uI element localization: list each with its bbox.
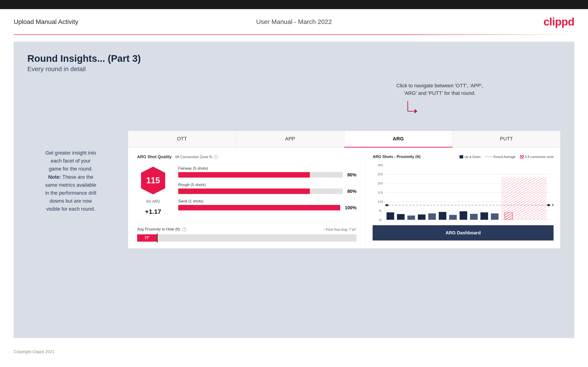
bar-3: [407, 216, 415, 220]
arg-chart-svg: 0 5 10 15 20 25 30: [373, 164, 553, 223]
bar-fairway: Fairway (5 shots) 80%: [178, 166, 356, 178]
manual-label: User Manual - March 2022: [256, 18, 332, 25]
chart-area: 0 5 10 15 20 25 30: [373, 164, 553, 223]
card-body: ARG Shot Quality 6ft Conversion Zone % ?: [128, 148, 560, 249]
score-section: 115 SG ARG +1.17 Fairway (5 shots): [137, 166, 356, 215]
arrow-icon: [406, 99, 424, 117]
bar-9: [470, 214, 478, 220]
proximity-label: Avg Proximity to Hole (ft) ?: [137, 227, 186, 232]
svg-text:8: 8: [552, 203, 553, 207]
arg-dashboard-button[interactable]: ARG Dashboard: [373, 225, 553, 241]
left-info-panel: Get greater insight into each facet of y…: [27, 131, 114, 213]
bar-2: [397, 214, 405, 220]
tab-app[interactable]: APP: [236, 131, 344, 148]
svg-text:30: 30: [378, 164, 383, 167]
legend-round-avg-label: Round Average: [493, 155, 515, 159]
avg-diamond-right: [547, 204, 551, 206]
bar-pct-sand: 100%: [345, 205, 356, 210]
svg-marker-2: [415, 109, 417, 114]
tab-ott[interactable]: OTT: [128, 131, 236, 148]
bar-pct-rough: 80%: [347, 189, 356, 194]
sg-value: +1.17: [145, 208, 161, 215]
bar-fill-sand: [178, 205, 340, 210]
legend-box-icon: [459, 155, 463, 158]
svg-text:5: 5: [379, 209, 382, 212]
help-icon[interactable]: ?: [214, 155, 218, 159]
bar-8: [459, 211, 467, 220]
legend-hatched-icon: [520, 155, 524, 158]
content-layout: Get greater insight into each facet of y…: [27, 131, 561, 249]
proximity-header: Avg Proximity to Hole (ft) ? ↑ PGA Tour …: [137, 227, 356, 232]
bars-section: Fairway (5 shots) 80% Rough: [178, 166, 356, 215]
round-insights-card: OTT APP ARG PUTT ARG Shot Quality 6ft Co…: [128, 131, 561, 249]
chart-legend: Up & Down Round Average 6 ft conversion …: [459, 155, 553, 159]
left-info-text: Get greater insight into each facet of y…: [27, 149, 114, 213]
proximity-value: 77': [144, 236, 149, 240]
bar-10: [481, 212, 488, 220]
svg-text:25: 25: [378, 173, 383, 176]
proximity-bar-track: 77': [137, 234, 356, 242]
tabs-row: OTT APP ARG PUTT: [128, 131, 560, 148]
svg-text:15: 15: [378, 191, 383, 194]
bar-5: [428, 213, 436, 220]
hexagon-number: 115: [146, 176, 160, 185]
panel-title: ARG Shot Quality: [137, 155, 172, 159]
bar-rough: Rough (5 shots) 80%: [178, 183, 356, 194]
legend-up-down-label: Up & Down: [465, 155, 481, 159]
bar-6: [439, 212, 447, 220]
legend-conversion-label: 6 ft conversion zone: [525, 155, 553, 159]
bar-4: [418, 215, 425, 220]
hexagon-score-badge: 115: [140, 166, 166, 195]
avg-diamond-left: [385, 204, 389, 206]
proximity-help-icon[interactable]: ?: [182, 227, 186, 232]
legend-up-down: Up & Down: [459, 155, 481, 159]
upload-label: Upload Manual Activity: [14, 18, 78, 25]
header: Upload Manual Activity User Manual - Mar…: [0, 9, 588, 34]
section-title: Round Insights... (Part 3): [27, 53, 561, 64]
svg-text:0: 0: [379, 218, 382, 222]
chart-header: ARG Shots - Proximity (ft) Up & Down Rou…: [373, 155, 553, 159]
logo: clippd: [544, 16, 574, 28]
legend-dashed-icon: [485, 157, 492, 157]
section-subtitle: Every round in detail: [27, 66, 561, 73]
sg-label: SG ARG: [146, 200, 160, 204]
bar-7: [449, 215, 457, 220]
proximity-section: Avg Proximity to Hole (ft) ? ↑ PGA Tour …: [137, 222, 356, 242]
footer: Copyright Clippd 2021: [0, 345, 588, 359]
svg-text:10: 10: [378, 200, 383, 203]
bar-1: [387, 212, 394, 220]
panel-header: ARG Shot Quality 6ft Conversion Zone % ?: [137, 155, 356, 159]
annotation-text: Click to navigate between 'OTT', 'APP','…: [396, 82, 483, 97]
hexagon-wrap: 115 SG ARG +1.17: [137, 166, 169, 215]
copyright: Copyright Clippd 2021: [14, 350, 54, 354]
right-chart-panel: ARG Shots - Proximity (ft) Up & Down Rou…: [366, 148, 560, 249]
proximity-cursor: [157, 234, 158, 242]
bar-sand: Sand (1 shots) 100%: [178, 199, 356, 210]
bar-pct-fairway: 80%: [347, 172, 356, 178]
tab-arg[interactable]: ARG: [344, 131, 452, 148]
bar-11: [491, 213, 499, 220]
main-content: Round Insights... (Part 3) Every round i…: [14, 42, 574, 338]
svg-text:20: 20: [378, 182, 383, 185]
bar-fill-fairway: [178, 172, 310, 178]
legend-conversion: 6 ft conversion zone: [520, 155, 553, 159]
chart-title: ARG Shots - Proximity (ft): [373, 155, 421, 159]
legend-round-avg: Round Average: [485, 155, 515, 159]
tab-putt[interactable]: PUTT: [452, 131, 560, 148]
top-bar: [0, 0, 588, 9]
proximity-bar-fill: 77': [137, 234, 157, 242]
left-stats-panel: ARG Shot Quality 6ft Conversion Zone % ?: [128, 148, 366, 249]
bar-last: [505, 212, 513, 220]
panel-subtitle: 6ft Conversion Zone % ?: [175, 155, 218, 159]
bar-fill-rough: [178, 189, 310, 194]
pga-avg-label: ↑ PGA Tour Avg: 7'10": [323, 227, 356, 231]
header-divider: [14, 34, 574, 35]
